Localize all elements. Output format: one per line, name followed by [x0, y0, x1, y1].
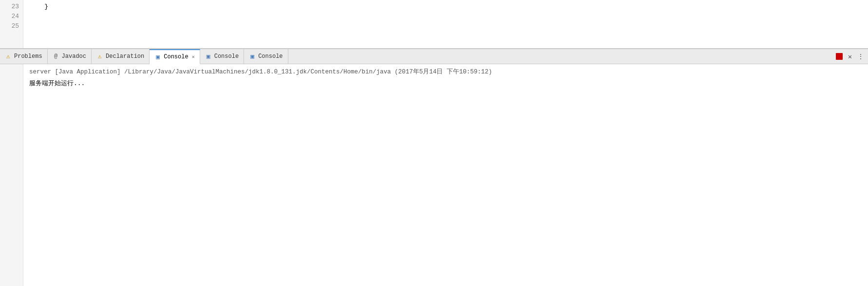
line-number-24: 24	[11, 12, 19, 21]
at-icon	[53, 53, 59, 60]
tab-console-2-label: Console	[214, 53, 239, 60]
tab-console-3-label: Console	[258, 53, 283, 60]
menu-button[interactable]: ⋮	[856, 52, 865, 61]
line-number-25: 25	[11, 21, 19, 31]
chevron-down-icon: ⋮	[857, 53, 864, 61]
declaration-icon	[96, 53, 103, 60]
main-layout: 23 24 25 } Problems Javadoc Declaration	[0, 0, 868, 286]
tab-console-active-label: Console	[164, 54, 188, 60]
tab-declaration[interactable]: Declaration	[92, 49, 150, 64]
close-console-button[interactable]: ✕	[846, 52, 854, 61]
tab-javadoc[interactable]: Javadoc	[48, 49, 92, 64]
close-icon: ✕	[848, 53, 852, 61]
tab-problems-label: Problems	[14, 53, 42, 60]
tab-console-3[interactable]: Console	[244, 49, 288, 64]
console-icon-3	[249, 53, 256, 60]
code-line-23: }	[29, 2, 862, 12]
tab-bar: Problems Javadoc Declaration Console ✕ C…	[0, 49, 868, 64]
stop-button[interactable]	[835, 52, 844, 61]
tab-javadoc-label: Javadoc	[62, 53, 86, 60]
code-editor: 23 24 25 }	[0, 0, 868, 49]
line-number-23: 23	[11, 2, 19, 12]
console-icon-2	[205, 53, 212, 60]
tab-console-close-icon[interactable]: ✕	[192, 54, 195, 60]
console-gutter	[0, 64, 23, 286]
warning-icon	[5, 53, 12, 60]
tab-declaration-label: Declaration	[106, 53, 144, 60]
tab-console-2[interactable]: Console	[200, 49, 244, 64]
code-content: }	[23, 0, 868, 48]
console-content: server [Java Application] /Library/Java/…	[23, 64, 868, 286]
tab-bar-right: ✕ ⋮	[835, 49, 868, 64]
console-icon-active	[154, 54, 161, 60]
line-numbers: 23 24 25	[0, 0, 23, 48]
code-line-25	[29, 21, 862, 31]
tab-problems[interactable]: Problems	[0, 49, 48, 64]
tab-console-active[interactable]: Console ✕	[150, 49, 200, 64]
stop-icon	[836, 53, 843, 60]
code-line-24	[29, 12, 862, 21]
console-output: 服务端开始运行...	[29, 79, 862, 89]
console-server-path: server [Java Application] /Library/Java/…	[29, 67, 862, 77]
console-section: server [Java Application] /Library/Java/…	[0, 64, 868, 286]
